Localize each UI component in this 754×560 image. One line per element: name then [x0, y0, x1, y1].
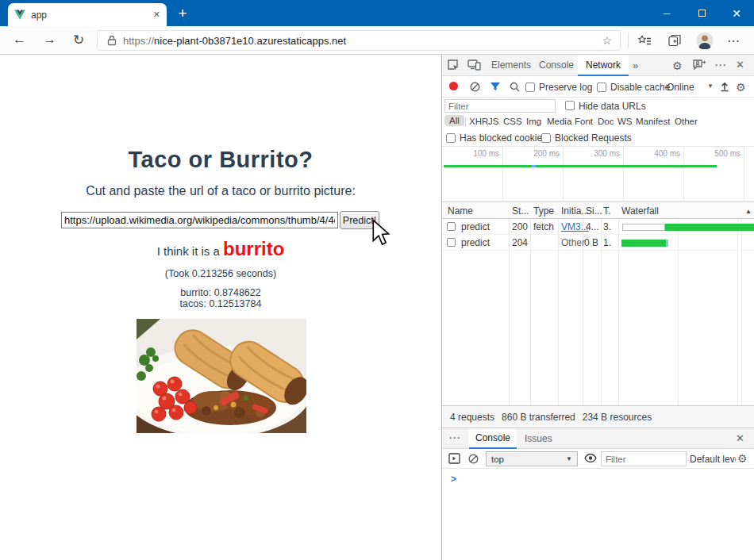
request-1-waterfall-waiting: [622, 224, 665, 231]
devtools-tab-network[interactable]: Network: [578, 55, 629, 76]
more-tabs-icon[interactable]: »: [633, 59, 638, 71]
inspect-element-icon[interactable]: [447, 59, 460, 71]
page-title: Taco or Burrito?: [0, 147, 441, 173]
pill-divider: |: [464, 117, 467, 126]
network-settings-icon[interactable]: ⚙: [736, 81, 746, 94]
favorites-bar-icon[interactable]: [635, 31, 654, 50]
console-context-select[interactable]: top ▼: [486, 451, 578, 466]
filter-funnel-icon[interactable]: [490, 82, 501, 91]
type-filter-xhr[interactable]: XHR: [469, 117, 488, 126]
devtools-close-icon[interactable]: ✕: [736, 59, 744, 71]
address-bar[interactable]: https://nice-plant-0b3871e10.azurestatic…: [97, 30, 621, 51]
col-waterfall[interactable]: Waterfall: [621, 205, 659, 217]
drawer-menu-icon[interactable]: ⋯: [448, 431, 460, 445]
summary-transferred: 860 B transferred: [502, 412, 575, 423]
throttling-select[interactable]: Online: [667, 82, 694, 93]
minimize-button[interactable]: ─: [649, 0, 684, 26]
request-2-waterfall-download: [621, 240, 666, 247]
new-tab-button[interactable]: +: [173, 4, 192, 23]
maximize-button[interactable]: [684, 0, 719, 26]
col-size[interactable]: Si...: [586, 205, 602, 217]
devtools-tab-console[interactable]: Console: [539, 59, 574, 71]
favorite-star-icon[interactable]: ☆: [602, 34, 612, 47]
image-url-input[interactable]: [61, 212, 338, 228]
request-2-name[interactable]: predict: [461, 237, 490, 248]
close-button[interactable]: ✕: [719, 0, 754, 26]
col-time[interactable]: T.: [603, 205, 610, 217]
console-prompt-icon[interactable]: >: [451, 474, 456, 485]
browser-titlebar: app ✕ + ─ ✕: [0, 0, 754, 26]
type-filter-other[interactable]: Other: [675, 117, 698, 126]
col-status[interactable]: St...: [512, 205, 529, 217]
blocked-requests-checkbox[interactable]: [541, 133, 551, 143]
has-blocked-cookies-label: Has blocked cookies: [460, 132, 547, 144]
console-context-value: top: [491, 455, 504, 464]
drawer-tab-console[interactable]: Console: [469, 428, 517, 449]
col-name[interactable]: Name: [448, 205, 473, 217]
type-filter-font[interactable]: Font: [575, 117, 593, 126]
console-level-select[interactable]: Default levels: [690, 454, 736, 465]
type-filter-img[interactable]: Img: [526, 117, 541, 126]
request-2-waterfall-tail: [666, 240, 668, 247]
has-blocked-cookies-checkbox[interactable]: [446, 133, 456, 143]
request-1-time: 3.: [603, 221, 611, 232]
live-expression-eye-icon[interactable]: [584, 453, 597, 463]
overview-blue-tick: [532, 165, 536, 167]
browser-tab[interactable]: app ✕: [8, 3, 167, 26]
type-filter-manifest[interactable]: Manifest: [636, 117, 670, 126]
type-filter-js[interactable]: JS: [488, 117, 498, 126]
clear-network-log-icon[interactable]: [470, 82, 480, 92]
console-filter-input[interactable]: [601, 451, 687, 466]
request-2-checkbox[interactable]: [447, 238, 456, 247]
network-overview[interactable]: 100 ms 200 ms 300 ms 400 ms 500 ms: [442, 147, 754, 202]
type-filter-css[interactable]: CSS: [503, 117, 522, 126]
requests-table-header[interactable]: Name St... Type Initia... Si... T. Water…: [442, 202, 754, 219]
score-burrito: burrito: 0.8748622: [0, 287, 441, 298]
network-filter-input[interactable]: [444, 99, 556, 113]
request-1-initiator[interactable]: VM3...: [561, 221, 589, 232]
devtools-tab-elements[interactable]: Elements: [491, 59, 531, 71]
search-icon[interactable]: [510, 82, 520, 92]
refresh-button[interactable]: ↻: [73, 32, 84, 48]
device-toolbar-icon[interactable]: [467, 59, 481, 71]
request-1-name[interactable]: predict: [461, 221, 490, 232]
devtools-menu-icon[interactable]: ⋯: [714, 58, 726, 72]
collections-icon[interactable]: [665, 31, 684, 50]
type-filter-media[interactable]: Media: [547, 117, 571, 126]
type-filter-ws[interactable]: WS: [617, 117, 633, 126]
record-network-log-icon[interactable]: [449, 82, 458, 90]
hide-data-urls-checkbox[interactable]: [565, 101, 575, 110]
tab-close-icon[interactable]: ✕: [153, 10, 160, 20]
disable-cache-checkbox[interactable]: [597, 82, 606, 92]
import-har-icon[interactable]: [719, 81, 730, 92]
request-2-time: 1.: [603, 237, 611, 248]
feedback-icon[interactable]: [692, 59, 706, 71]
profile-avatar[interactable]: [695, 31, 714, 50]
page-subtitle: Cut and paste the url of a taco or burri…: [0, 184, 441, 198]
network-filter-row: Hide data URLs: [442, 98, 754, 114]
forward-button[interactable]: →: [43, 32, 56, 48]
throttling-caret-icon[interactable]: ▼: [707, 82, 714, 90]
back-button[interactable]: ←: [13, 32, 26, 48]
drawer-close-icon[interactable]: ✕: [736, 432, 744, 444]
type-filter-doc[interactable]: Doc: [598, 117, 614, 126]
toolbar-divider: [628, 33, 629, 48]
browser-menu-icon[interactable]: ⋯: [724, 31, 743, 50]
console-sidebar-icon[interactable]: [448, 453, 460, 464]
browser-window: app ✕ + ─ ✕ ← → ↻ https://nice-plant-0b3…: [0, 0, 754, 560]
request-row-1[interactable]: predict 200 fetch VM3... 4... 3.: [442, 219, 754, 235]
preserve-log-label: Preserve log: [539, 82, 592, 93]
devtools-settings-icon[interactable]: ⚙: [672, 59, 683, 72]
console-settings-icon[interactable]: ⚙: [737, 452, 748, 465]
preserve-log-checkbox[interactable]: [525, 82, 535, 92]
request-row-2[interactable]: predict 204 Other 0 B 1.: [442, 235, 754, 251]
request-1-checkbox[interactable]: [447, 222, 456, 231]
drawer-tab-issues[interactable]: Issues: [525, 433, 552, 444]
tick-200ms: 200 ms: [504, 149, 560, 158]
clear-console-icon[interactable]: [468, 454, 479, 464]
col-type[interactable]: Type: [533, 205, 554, 217]
tick-300ms: 300 ms: [564, 149, 620, 158]
network-toolbar: Preserve log Disable cache Online ▼ ⚙: [442, 76, 754, 98]
sort-asc-icon[interactable]: ▲: [745, 208, 752, 215]
type-filter-all[interactable]: All: [444, 115, 464, 126]
